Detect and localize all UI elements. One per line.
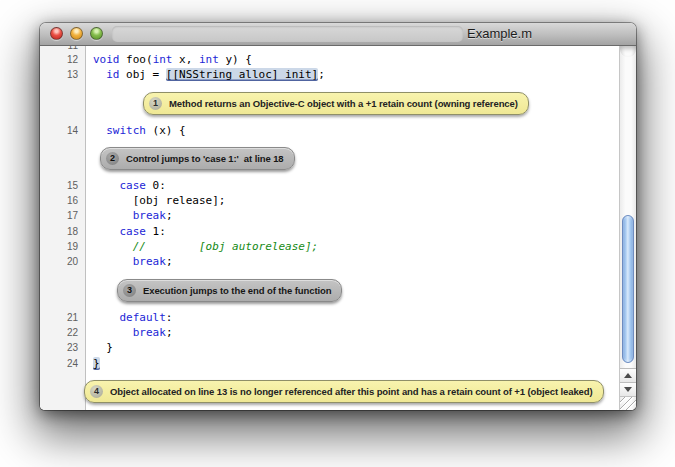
code-segment: default <box>120 311 166 324</box>
bubble-number-badge: 2 <box>106 152 119 165</box>
traffic-lights <box>50 27 103 40</box>
line-number: 21 <box>40 310 85 325</box>
code-segment: case <box>120 225 147 238</box>
code-segment: ; <box>318 68 325 81</box>
bubble-text: Method returns an Objective-C object wit… <box>169 98 518 109</box>
code-segment: foo( <box>120 53 153 66</box>
annotation-cell: 1Method returns an Objective-C object wi… <box>85 92 619 115</box>
window-title: Example.m <box>467 23 532 45</box>
code-text: void foo(int x, int y) { <box>85 52 619 67</box>
window: Example.m 11 12void foo(int x, int y) {1… <box>40 23 636 410</box>
vertical-scrollbar[interactable] <box>619 46 636 410</box>
annotation-row: 3Execution jumps to the end of the funct… <box>40 279 619 302</box>
line-number <box>40 279 85 302</box>
resize-grip-icon[interactable] <box>620 396 636 410</box>
code-line: 23 } <box>40 340 619 355</box>
analyzer-highlight: [[NSString alloc] init] <box>166 68 318 81</box>
code-text: break; <box>85 254 619 269</box>
line-number: 12 <box>40 52 85 67</box>
annotation-row: 2Control jumps to 'case 1:' at line 18 <box>40 147 619 170</box>
line-number: 23 <box>40 340 85 355</box>
minimize-button[interactable] <box>70 27 83 40</box>
code-rows: 12void foo(int x, int y) {13 id obj = [[… <box>40 52 619 403</box>
code-segment <box>93 124 106 137</box>
code-segment: 0: <box>146 179 166 192</box>
code-text: // [obj autorelease]; <box>85 239 619 254</box>
code-segment: [obj release]; <box>93 194 225 207</box>
analyzer-bubble-3: 3Execution jumps to the end of the funct… <box>117 279 342 302</box>
bubble-text: Execution jumps to the end of the functi… <box>143 285 331 296</box>
analyzer-bubble-1: 1Method returns an Objective-C object wi… <box>143 92 529 115</box>
code-segment: } <box>93 341 113 354</box>
code-segment: (x) { <box>146 124 186 137</box>
editor-content: 11 12void foo(int x, int y) {13 id obj =… <box>40 46 636 410</box>
arrow-down-icon <box>624 387 632 396</box>
line-number: 22 <box>40 325 85 340</box>
bubble-number-badge: 4 <box>90 385 103 398</box>
annotation-row: 4Object allocated on line 13 is no longe… <box>40 380 619 403</box>
code-text: id obj = [[NSString alloc] init]; <box>85 67 619 82</box>
code-line: 24} <box>40 356 619 371</box>
code-segment: switch <box>106 124 146 137</box>
code-line: 19 // [obj autorelease]; <box>40 239 619 254</box>
code-segment: void <box>93 53 120 66</box>
code-line: 14 switch (x) { <box>40 123 619 138</box>
code-segment <box>93 225 120 238</box>
code-pane[interactable]: 11 12void foo(int x, int y) {13 id obj =… <box>40 46 619 410</box>
code-line: 17 break; <box>40 208 619 223</box>
code-segment: ; <box>166 209 173 222</box>
code-segment: // [obj autorelease]; <box>133 240 318 253</box>
code-line: 15 case 0: <box>40 178 619 193</box>
scroll-down-button[interactable] <box>620 382 636 396</box>
code-segment <box>93 311 120 324</box>
code-segment: int <box>153 53 173 66</box>
line-number: 24 <box>40 356 85 371</box>
code-line: 16 [obj release]; <box>40 193 619 208</box>
code-segment: int <box>199 53 219 66</box>
code-segment <box>93 240 133 253</box>
code-segment <box>93 255 133 268</box>
code-text: break; <box>85 325 619 340</box>
analyzer-highlight: } <box>93 357 100 370</box>
line-number: 15 <box>40 178 85 193</box>
line-number <box>40 147 85 170</box>
code-segment: ; <box>166 326 173 339</box>
bubble-text: Control jumps to 'case 1:' at line 18 <box>126 153 284 164</box>
code-segment: obj = <box>120 68 166 81</box>
code-segment: break <box>133 255 166 268</box>
code-segment <box>93 326 133 339</box>
code-line: 22 break; <box>40 325 619 340</box>
line-number: 17 <box>40 208 85 223</box>
code-line: 13 id obj = [[NSString alloc] init]; <box>40 67 619 82</box>
titlebar[interactable]: Example.m <box>40 23 636 46</box>
annotation-cell: 3Execution jumps to the end of the funct… <box>85 279 619 302</box>
code-text: break; <box>85 208 619 223</box>
code-segment: 1: <box>146 225 166 238</box>
code-line: 21 default: <box>40 310 619 325</box>
zoom-button[interactable] <box>90 27 103 40</box>
close-button[interactable] <box>50 27 63 40</box>
line-number: 13 <box>40 67 85 82</box>
line-number: 20 <box>40 254 85 269</box>
code-segment: : <box>166 311 173 324</box>
code-text: default: <box>85 310 619 325</box>
code-segment: break <box>133 326 166 339</box>
scrollbar-thumb[interactable] <box>622 215 634 363</box>
line-number <box>40 380 85 403</box>
code-segment: x, <box>173 53 200 66</box>
titlebar-strip <box>112 26 463 42</box>
code-segment <box>93 68 106 81</box>
code-line: 20 break; <box>40 254 619 269</box>
bubble-number-badge: 3 <box>123 284 136 297</box>
desktop-background: Example.m 11 12void foo(int x, int y) {1… <box>0 0 675 467</box>
code-line: 12void foo(int x, int y) { <box>40 52 619 67</box>
scroll-up-button[interactable] <box>620 368 636 382</box>
code-text: case 1: <box>85 224 619 239</box>
line-number: 19 <box>40 239 85 254</box>
scrollbar-track-cap <box>620 46 636 57</box>
code-segment <box>93 209 133 222</box>
code-text: } <box>85 340 619 355</box>
code-segment: case <box>120 179 147 192</box>
line-number: 18 <box>40 224 85 239</box>
code-segment: break <box>133 209 166 222</box>
